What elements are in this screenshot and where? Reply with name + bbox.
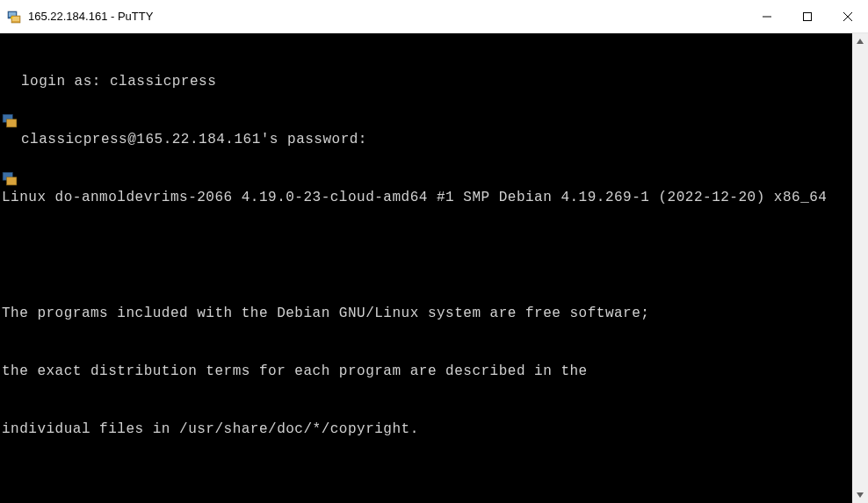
- terminal-line: The programs included with the Debian GN…: [2, 304, 852, 323]
- terminal-text: classicpress@165.22.184.161's password:: [21, 130, 367, 149]
- terminal-area: login as: classicpress classicpress@165.…: [0, 33, 868, 503]
- scrollbar[interactable]: [852, 33, 868, 503]
- terminal-line: Linux do-anmoldevrims-2066 4.19.0-23-clo…: [2, 188, 852, 207]
- window-controls: [747, 0, 868, 32]
- putty-icon: [7, 10, 21, 24]
- terminal-line: login as: classicpress: [2, 72, 852, 91]
- terminal-text: Linux do-anmoldevrims-2066 4.19.0-23-clo…: [2, 190, 827, 205]
- terminal-line: individual files in /usr/share/doc/*/cop…: [2, 420, 852, 439]
- terminal-line: [2, 478, 852, 497]
- svg-rect-11: [3, 172, 12, 180]
- window-title: 165.22.184.161 - PuTTY: [28, 10, 747, 23]
- svg-rect-12: [7, 177, 17, 185]
- scroll-down-icon[interactable]: [852, 487, 868, 503]
- svg-rect-6: [804, 12, 812, 20]
- terminal-text: individual files in /usr/share/doc/*/cop…: [2, 421, 419, 437]
- scroll-up-icon[interactable]: [852, 33, 868, 49]
- terminal-line: [2, 246, 852, 265]
- terminal-line: the exact distribution terms for each pr…: [2, 362, 852, 381]
- svg-rect-9: [3, 114, 12, 122]
- terminal-text: login as: classicpress: [21, 72, 216, 91]
- window-titlebar: 165.22.184.161 - PuTTY: [0, 0, 868, 33]
- putty-prompt-icon: [2, 132, 18, 147]
- minimize-button[interactable]: [747, 0, 787, 32]
- putty-prompt-icon: [2, 74, 18, 90]
- close-button[interactable]: [828, 0, 868, 32]
- terminal-text: The programs included with the Debian GN…: [2, 305, 649, 321]
- svg-rect-10: [7, 119, 17, 127]
- terminal[interactable]: login as: classicpress classicpress@165.…: [0, 33, 852, 503]
- terminal-text: the exact distribution terms for each pr…: [2, 363, 588, 379]
- terminal-line: classicpress@165.22.184.161's password:: [2, 130, 852, 149]
- maximize-button[interactable]: [787, 0, 828, 32]
